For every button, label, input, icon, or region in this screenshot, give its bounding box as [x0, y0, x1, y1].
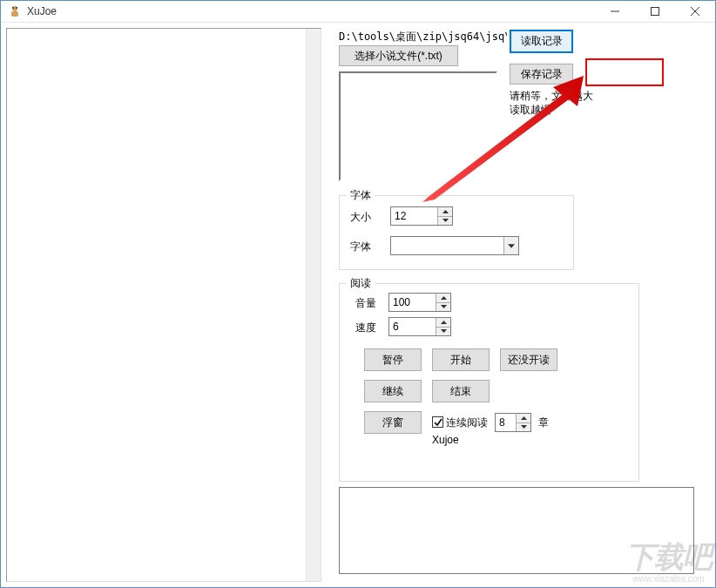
svg-marker-16: [521, 425, 527, 429]
svg-rect-1: [11, 11, 18, 17]
svg-point-3: [16, 7, 17, 9]
volume-down[interactable]: [436, 303, 450, 312]
font-size-down[interactable]: [437, 217, 452, 226]
window-controls: [595, 1, 715, 22]
chapter-input[interactable]: [496, 414, 517, 431]
svg-marker-10: [508, 244, 515, 248]
font-group-title: 字体: [347, 188, 375, 203]
titlebar: XuJoe: [1, 1, 715, 23]
controls-pane: D:\tools\桌面\zip\jsq64\jsq\re: 选择小说文件(*.t…: [327, 28, 710, 582]
font-group: 字体 大小 字体: [339, 195, 574, 270]
svg-marker-11: [441, 296, 447, 300]
window-title: XuJoe: [27, 5, 595, 17]
scrollbar-vertical[interactable]: [306, 29, 321, 581]
author-label: Xujoe: [432, 434, 459, 446]
font-size-input[interactable]: [391, 207, 438, 225]
font-size-label: 大小: [350, 210, 371, 225]
font-family-combo[interactable]: [390, 236, 519, 255]
speed-stepper[interactable]: [388, 317, 451, 336]
svg-marker-15: [521, 416, 527, 420]
minimize-button[interactable]: [595, 1, 635, 22]
annotation-highlight: [585, 58, 664, 86]
svg-marker-9: [442, 219, 449, 222]
continuous-read-label: 连续阅读: [446, 416, 488, 430]
pause-button[interactable]: 暂停: [364, 348, 422, 371]
close-button[interactable]: [675, 1, 715, 22]
speed-label: 速度: [355, 321, 376, 335]
client-area: D:\tools\桌面\zip\jsq64\jsq\re: 选择小说文件(*.t…: [1, 23, 715, 587]
chapter-up[interactable]: [516, 414, 530, 423]
chapter-stepper[interactable]: [495, 413, 531, 432]
svg-marker-12: [441, 305, 447, 308]
svg-rect-5: [652, 8, 659, 16]
svg-marker-8: [442, 210, 449, 213]
font-size-up[interactable]: [437, 207, 452, 217]
watermark: 下载吧 www.xiazaiba.com: [625, 537, 712, 584]
chevron-down-icon[interactable]: [503, 237, 518, 254]
continue-button[interactable]: 继续: [364, 380, 422, 402]
svg-marker-14: [441, 329, 447, 333]
loading-hint: 请稍等，文件越大读取越慢: [510, 89, 597, 117]
read-group: 阅读 音量 速度 暂停: [339, 283, 639, 482]
not-started-button[interactable]: 还没开读: [500, 348, 557, 371]
svg-point-0: [12, 6, 17, 11]
save-record-button[interactable]: 保存记录: [510, 64, 573, 84]
speed-down[interactable]: [436, 328, 450, 336]
chapter-suffix-label: 章: [538, 416, 549, 430]
continuous-read-checkbox[interactable]: [432, 416, 443, 428]
volume-stepper[interactable]: [388, 293, 451, 312]
svg-point-2: [12, 7, 14, 9]
read-record-button[interactable]: 读取记录: [510, 30, 573, 53]
start-button[interactable]: 开始: [432, 348, 490, 371]
read-group-title: 阅读: [347, 276, 375, 291]
volume-up[interactable]: [436, 294, 450, 303]
chapter-list-box[interactable]: [339, 71, 497, 181]
app-icon: [8, 4, 22, 18]
float-window-button[interactable]: 浮窗: [364, 411, 422, 434]
maximize-button[interactable]: [635, 1, 675, 22]
speed-up[interactable]: [436, 318, 450, 328]
novel-content-pane[interactable]: [6, 28, 321, 582]
chapter-down[interactable]: [516, 423, 530, 432]
volume-label: 音量: [355, 296, 376, 311]
font-size-stepper[interactable]: [390, 206, 453, 226]
volume-input[interactable]: [389, 294, 436, 311]
select-file-button[interactable]: 选择小说文件(*.txt): [339, 45, 458, 66]
watermark-logo: 下载吧: [625, 537, 712, 578]
speed-input[interactable]: [389, 318, 436, 335]
end-button[interactable]: 结束: [432, 380, 490, 402]
file-path-label: D:\tools\桌面\zip\jsq64\jsq\re:: [339, 30, 507, 44]
svg-marker-13: [441, 321, 447, 324]
watermark-url: www.xiazaiba.com: [625, 574, 712, 584]
font-family-label: 字体: [350, 240, 371, 254]
app-window: XuJoe D:\tools\桌面\zip\jsq64\jsq\re: 选择小说…: [0, 0, 716, 588]
